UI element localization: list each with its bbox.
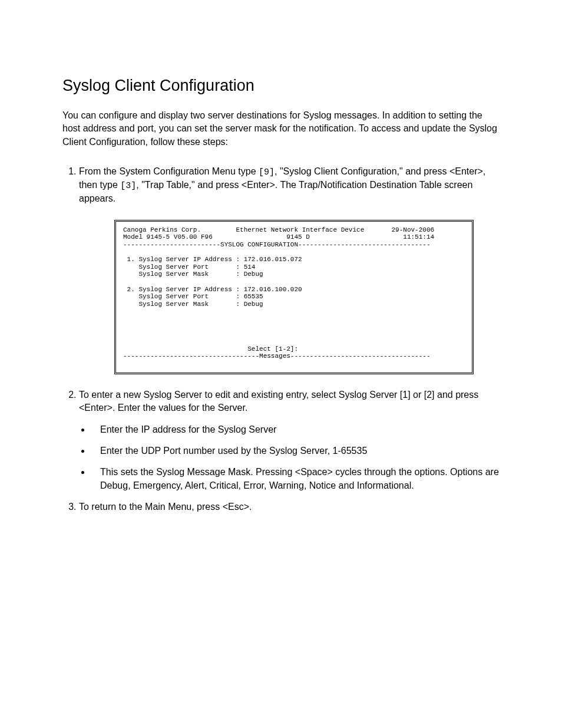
bullet-mask: This sets the Syslog Message Mask. Press… xyxy=(91,466,500,492)
step-1-code-1: [9] xyxy=(259,167,275,177)
terminal-line: Canoga Perkins Corp. Ethernet Network In… xyxy=(123,226,434,233)
terminal-line: Syslog Server Mask : Debug xyxy=(123,301,263,308)
page-title: Syslog Client Configuration xyxy=(62,77,500,95)
step-1: From the System Configuration Menu type … xyxy=(79,165,500,374)
terminal-line: Model 9145-5 V05.00 F96 9145 D 11:51:14 xyxy=(123,233,434,241)
step-1-text-a: From the System Configuration Menu type xyxy=(79,166,259,176)
page-content: Syslog Client Configuration You can conf… xyxy=(0,0,562,557)
step-2-text: To enter a new Syslog Server to edit and… xyxy=(79,390,478,413)
bullet-ip: Enter the IP address for the Syslog Serv… xyxy=(91,423,500,436)
step-3-text: To return to the Main Menu, press <Esc>. xyxy=(79,502,252,512)
terminal-screen: Canoga Perkins Corp. Ethernet Network In… xyxy=(114,220,474,374)
bullet-port: Enter the UDP Port number used by the Sy… xyxy=(91,444,500,457)
step-2: To enter a new Syslog Server to edit and… xyxy=(79,388,500,492)
terminal-line: 1. Syslog Server IP Address : 172.016.01… xyxy=(123,256,302,263)
terminal-line: Syslog Server Mask : Debug xyxy=(123,271,263,278)
terminal-line: 2. Syslog Server IP Address : 172.016.10… xyxy=(123,286,302,293)
step-3: To return to the Main Menu, press <Esc>. xyxy=(79,500,500,513)
step-1-text-c: , "Trap Table," and press <Enter>. The T… xyxy=(79,180,472,203)
bullet-ip-text: Enter the IP address for the Syslog Serv… xyxy=(100,423,500,436)
step-1-code-2: [3] xyxy=(120,181,136,191)
terminal-line: Syslog Server Port : 514 xyxy=(123,263,255,271)
terminal-line: -------------------------SYSLOG CONFIGUR… xyxy=(123,241,431,248)
bullet-port-text: Enter the UDP Port number used by the Sy… xyxy=(100,444,500,457)
terminal-prompt: Select [1-2]: xyxy=(123,345,298,353)
intro-paragraph: You can configure and display two server… xyxy=(62,109,500,149)
step-2-bullets: Enter the IP address for the Syslog Serv… xyxy=(79,423,500,493)
steps-list: From the System Configuration Menu type … xyxy=(62,165,500,513)
bullet-mask-text: This sets the Syslog Message Mask. Press… xyxy=(100,466,500,492)
terminal-line: Syslog Server Port : 65535 xyxy=(123,293,263,300)
terminal-messages-divider: -----------------------------------Messa… xyxy=(123,353,431,360)
